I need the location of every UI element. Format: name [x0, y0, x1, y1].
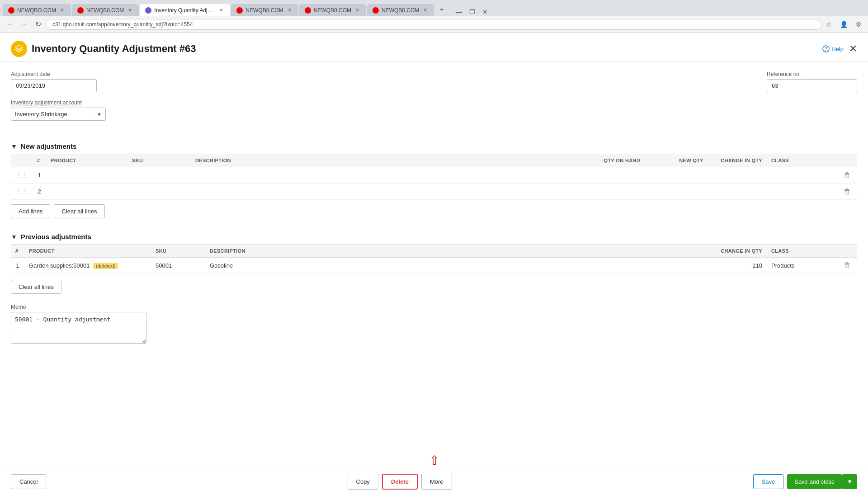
save-button[interactable]: Save: [753, 474, 784, 489]
tab-close-4[interactable]: ✕: [286, 7, 293, 14]
sku-cell-1[interactable]: [127, 167, 191, 184]
desc-cell-1[interactable]: [191, 167, 590, 184]
cancel-button[interactable]: Cancel: [11, 474, 46, 489]
desc-input-2[interactable]: [195, 187, 586, 196]
close-page-button[interactable]: ✕: [849, 43, 857, 55]
tab-close-6[interactable]: ✕: [422, 7, 429, 14]
class-cell-1[interactable]: [767, 167, 839, 184]
add-lines-button[interactable]: Add lines: [11, 204, 50, 218]
prev-adj-buttons-row: Clear all lines: [0, 275, 868, 298]
new-adjustments-chevron: ▼: [11, 143, 17, 150]
tab-close-5[interactable]: ✕: [354, 7, 361, 14]
window-controls: — ❐ ✕: [453, 7, 491, 16]
inventory-account-dropdown-arrow[interactable]: ▼: [93, 112, 105, 117]
prev-col-sku-header: SKU: [151, 245, 205, 258]
drag-handle-2[interactable]: ⋮⋮: [11, 184, 33, 200]
extensions-button[interactable]: ⚙: [853, 19, 864, 30]
memo-section: Memo 50001 - Quantity adjustment: [0, 298, 868, 350]
footer-right: Save Save and close ▼: [753, 474, 857, 489]
class-cell-2[interactable]: [767, 184, 839, 200]
prev-adjustments-header-row: # PRODUCT SKU DESCRIPTION CHANGE IN QTY …: [11, 245, 857, 258]
browser-tab-1[interactable]: NEWQBO.COM ✕: [3, 4, 71, 16]
back-button[interactable]: ←: [4, 19, 16, 30]
new-adj-buttons-row: Add lines Clear all lines: [0, 200, 868, 223]
browser-tab-5[interactable]: NEWQB0.COM ✕: [299, 4, 366, 16]
browser-actions: ☆ 👤 ⚙: [823, 19, 864, 30]
col-description-header: DESCRIPTION: [191, 154, 590, 167]
prev-change-qty-cell-1: -110: [708, 258, 767, 273]
inventory-account-select[interactable]: Inventory Shrinkage: [11, 108, 93, 120]
col-qty-on-hand-header: QTY ON HAND: [590, 154, 645, 167]
class-input-2[interactable]: [771, 187, 835, 196]
clear-all-lines-prev-button[interactable]: Clear all lines: [11, 280, 61, 294]
new-tab-button[interactable]: +: [435, 3, 448, 16]
desc-cell-2[interactable]: [191, 184, 590, 200]
tab-favicon-4: [236, 7, 243, 14]
reference-no-group: Reference no. 63: [767, 71, 857, 92]
adjustment-date-label: Adjustment date: [11, 71, 97, 77]
new-qty-cell-1[interactable]: [645, 167, 708, 184]
bookmark-button[interactable]: ☆: [823, 19, 835, 30]
product-cell-1[interactable]: [46, 167, 127, 184]
reload-button[interactable]: ↻: [33, 18, 44, 30]
delete-row-2-button[interactable]: 🗑: [844, 188, 851, 196]
product-input-1[interactable]: [51, 171, 123, 179]
adjustment-date-input[interactable]: 09/23/2019: [11, 79, 97, 92]
tab-favicon-3: [145, 7, 151, 14]
delete-button[interactable]: Delete: [382, 474, 418, 490]
memo-textarea[interactable]: 50001 - Quantity adjustment: [11, 312, 146, 344]
tab-label-1: NEWQBO.COM: [17, 7, 56, 14]
new-adjustments-title: New adjustments: [21, 142, 76, 150]
sku-input-1[interactable]: [132, 171, 186, 179]
copy-button[interactable]: Copy: [348, 474, 378, 490]
clear-all-lines-new-button[interactable]: Clear all lines: [54, 204, 104, 218]
new-qty-cell-2[interactable]: [645, 184, 708, 200]
previous-adjustments-section-header[interactable]: ▼ Previous adjustments: [0, 227, 868, 244]
tab-favicon-5: [305, 7, 311, 14]
tab-close-1[interactable]: ✕: [59, 7, 66, 14]
profile-button[interactable]: 👤: [837, 19, 850, 30]
form-row-2: Inventory adjustment account Inventory S…: [11, 99, 857, 121]
sku-input-2[interactable]: [132, 187, 186, 196]
minimize-button[interactable]: —: [453, 7, 465, 16]
prev-desc-cell-1: Gasoline: [205, 258, 708, 273]
new-qty-input-1[interactable]: [649, 171, 703, 179]
product-cell-2[interactable]: [46, 184, 127, 200]
new-adj-row-2: ⋮⋮ 2 🗑: [11, 184, 857, 200]
sku-cell-2[interactable]: [127, 184, 191, 200]
browser-tab-3[interactable]: Inventory Quantity Adjustment ✕: [140, 4, 230, 16]
prev-col-class-header: CLASS: [767, 245, 839, 258]
prev-product-cell-1: Garden supplies:50001 (deleted): [24, 258, 151, 273]
browser-tab-2[interactable]: NEWQB0.COM ✕: [72, 4, 139, 16]
tab-close-2[interactable]: ✕: [127, 7, 133, 14]
reference-no-input[interactable]: 63: [767, 79, 857, 92]
new-qty-input-2[interactable]: [649, 187, 703, 196]
forward-button[interactable]: →: [18, 19, 31, 30]
save-and-close-button[interactable]: Save and close: [787, 474, 842, 489]
col-drag-header: [11, 154, 33, 167]
desc-input-1[interactable]: [195, 171, 586, 179]
del-cell-1[interactable]: 🗑: [839, 167, 857, 184]
product-input-2[interactable]: [51, 187, 123, 196]
delete-row-1-button[interactable]: 🗑: [844, 171, 851, 179]
delete-prev-row-1-button[interactable]: 🗑: [844, 261, 851, 269]
col-new-qty-header: NEW QTY: [645, 154, 708, 167]
more-button[interactable]: More: [421, 474, 452, 490]
address-bar[interactable]: c31.qbo.intuit.com/app/inventory_quantit…: [46, 19, 821, 30]
restore-button[interactable]: ❐: [467, 7, 478, 16]
class-input-1[interactable]: [771, 171, 835, 179]
inventory-account-select-wrap[interactable]: Inventory Shrinkage ▼: [11, 108, 106, 121]
drag-handle-1[interactable]: ⋮⋮: [11, 167, 33, 184]
browser-tab-4[interactable]: NEWQB0.COM ✕: [231, 4, 298, 16]
window-close-button[interactable]: ✕: [480, 7, 491, 16]
prev-del-cell-1[interactable]: 🗑: [839, 258, 857, 273]
tab-label-3: Inventory Quantity Adjustment: [154, 7, 215, 14]
inventory-account-label[interactable]: Inventory adjustment account: [11, 99, 106, 106]
tab-close-3[interactable]: ✕: [218, 7, 225, 14]
new-adjustments-section-header[interactable]: ▼ New adjustments: [0, 137, 868, 154]
save-and-close-dropdown-button[interactable]: ▼: [842, 474, 857, 489]
help-button[interactable]: ? Help: [822, 45, 844, 52]
svg-text:?: ?: [825, 47, 827, 52]
browser-tab-6[interactable]: NEWQB0.COM ✕: [367, 4, 434, 16]
del-cell-2[interactable]: 🗑: [839, 184, 857, 200]
